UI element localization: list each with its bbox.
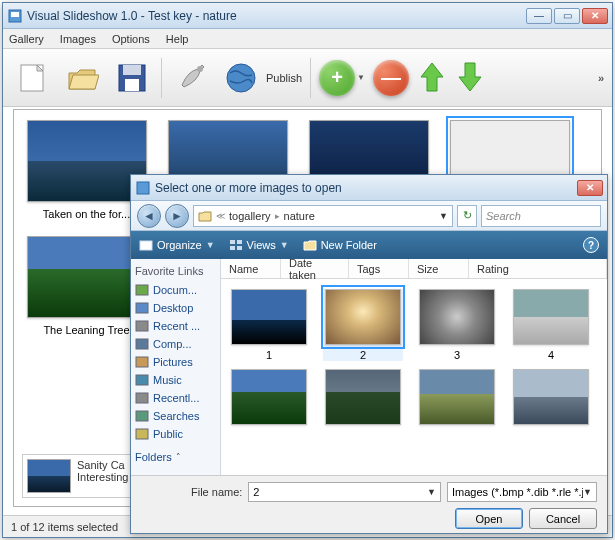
svg-rect-17 [136,285,148,295]
save-button[interactable] [111,57,153,99]
svg-rect-25 [136,429,148,439]
move-down-button[interactable] [455,59,485,97]
dialog-toolbar: Organize▼ Views▼ New Folder ? [131,231,607,259]
col-date[interactable]: Date taken [281,259,349,278]
nav-back-button[interactable]: ◄ [137,204,161,228]
svg-rect-19 [136,321,148,331]
refresh-button[interactable]: ↻ [457,205,477,227]
menu-gallery[interactable]: Gallery [9,33,44,45]
favorite-link[interactable]: Searches [135,407,216,425]
dialog-icon [135,180,151,196]
svg-rect-1 [11,12,19,17]
organize-button[interactable]: Organize▼ [139,238,215,252]
favorite-link[interactable]: Music [135,371,216,389]
file-item[interactable]: 2 [323,289,403,361]
views-button[interactable]: Views▼ [229,238,289,252]
svg-marker-10 [459,63,481,91]
svg-rect-16 [237,246,242,250]
svg-point-7 [197,66,203,72]
dialog-titlebar[interactable]: Select one or more images to open ✕ [131,175,607,201]
dialog-footer: File name: 2▼ Images (*.bmp *.dib *.rle … [131,475,607,533]
svg-rect-21 [136,357,148,367]
move-up-button[interactable] [417,59,447,97]
new-folder-button[interactable]: New Folder [303,238,377,252]
favorites-panel: Favorite Links Docum...DesktopRecent ...… [131,259,221,475]
close-button[interactable]: ✕ [582,8,608,24]
settings-button[interactable] [170,57,212,99]
svg-rect-20 [136,339,148,349]
svg-rect-5 [123,65,141,75]
menu-images[interactable]: Images [60,33,96,45]
filename-input[interactable]: 2▼ [248,482,441,502]
svg-rect-11 [137,182,149,194]
help-button[interactable]: ? [583,237,599,253]
breadcrumb-item[interactable]: nature [284,210,315,222]
svg-rect-23 [136,393,148,403]
breadcrumb-dropdown-icon[interactable]: ▼ [439,211,448,221]
info-text: Sanity Ca Interesting [77,459,128,493]
favorite-link[interactable]: Recentl... [135,389,216,407]
toolbar-overflow-icon[interactable]: » [598,72,604,84]
publish-button[interactable] [220,57,262,99]
file-grid[interactable]: 1234 [221,279,607,475]
svg-rect-24 [136,411,148,421]
remove-button[interactable]: — [373,60,409,96]
add-button[interactable]: + [319,60,355,96]
svg-rect-12 [140,241,152,250]
folder-icon [198,209,212,223]
new-button[interactable] [11,57,53,99]
breadcrumb-item[interactable]: togallery [229,210,271,222]
dialog-title: Select one or more images to open [155,181,577,195]
main-toolbar: Publish +▼ — » [3,49,612,107]
file-item[interactable]: 1 [229,289,309,361]
col-tags[interactable]: Tags [349,259,409,278]
file-item[interactable] [323,369,403,429]
file-item[interactable]: 4 [511,289,591,361]
dialog-nav: ◄ ► ≪ togallery ▸ nature ▼ ↻ Search [131,201,607,231]
file-filter[interactable]: Images (*.bmp *.dib *.rle *.jpg▼ [447,482,597,502]
svg-rect-15 [230,246,235,250]
col-rating[interactable]: Rating [469,259,607,278]
svg-point-8 [227,64,255,92]
menu-options[interactable]: Options [112,33,150,45]
open-button[interactable]: Open [455,508,523,529]
open-button[interactable] [61,57,103,99]
file-item[interactable]: 3 [417,289,497,361]
favorite-link[interactable]: Docum... [135,281,216,299]
file-item[interactable] [417,369,497,429]
favorites-header: Favorite Links [135,265,216,277]
file-open-dialog: Select one or more images to open ✕ ◄ ► … [130,174,608,534]
nav-forward-button[interactable]: ► [165,204,189,228]
svg-rect-22 [136,375,148,385]
main-titlebar[interactable]: Visual Slideshow 1.0 - Test key - nature… [3,3,612,29]
svg-rect-13 [230,240,235,244]
add-dropdown-icon[interactable]: ▼ [357,73,365,82]
maximize-button[interactable]: ▭ [554,8,580,24]
filename-label: File name: [191,486,242,498]
publish-label: Publish [266,72,302,84]
svg-rect-14 [237,240,242,244]
column-headers[interactable]: Name Date taken Tags Size Rating [221,259,607,279]
status-text: 1 of 12 items selected [11,521,118,533]
col-size[interactable]: Size [409,259,469,278]
svg-rect-18 [136,303,148,313]
breadcrumb[interactable]: ≪ togallery ▸ nature ▼ [193,205,453,227]
window-title: Visual Slideshow 1.0 - Test key - nature [27,9,526,23]
cancel-button[interactable]: Cancel [529,508,597,529]
menubar: Gallery Images Options Help [3,29,612,49]
folders-toggle[interactable]: Folders˄ [135,451,216,463]
minimize-button[interactable]: — [526,8,552,24]
menu-help[interactable]: Help [166,33,189,45]
svg-marker-9 [421,63,443,91]
file-item[interactable] [229,369,309,429]
favorite-link[interactable]: Pictures [135,353,216,371]
col-name[interactable]: Name [221,259,281,278]
search-input[interactable]: Search [481,205,601,227]
favorite-link[interactable]: Recent ... [135,317,216,335]
favorite-link[interactable]: Comp... [135,335,216,353]
file-item[interactable] [511,369,591,429]
favorite-link[interactable]: Desktop [135,299,216,317]
svg-rect-6 [125,79,139,91]
dialog-close-button[interactable]: ✕ [577,180,603,196]
favorite-link[interactable]: Public [135,425,216,443]
